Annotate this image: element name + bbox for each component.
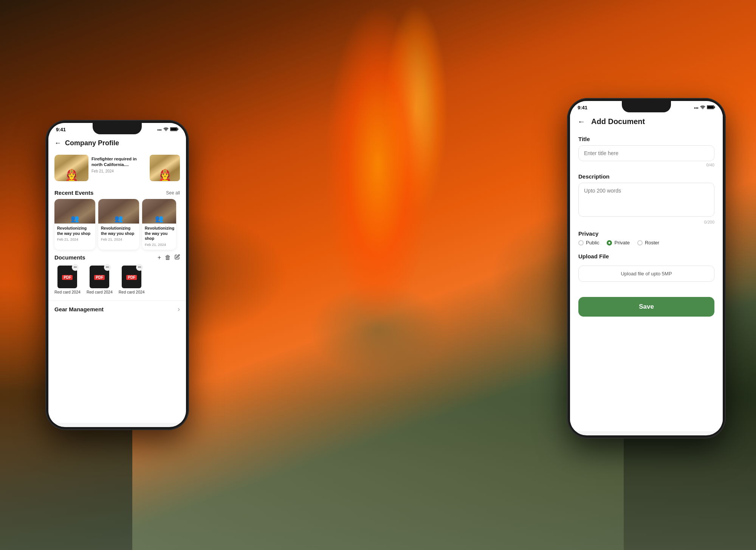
- privacy-option-roster[interactable]: Roster: [637, 240, 659, 245]
- news-headline-1: Firefighter required in north California…: [91, 156, 146, 168]
- news-text-1: Firefighter required in north California…: [91, 155, 146, 181]
- event-date-3: Feb 21, 2024: [145, 242, 174, 247]
- doc-name-2: Red card 2024: [87, 290, 113, 294]
- event-name-1: Revolutionizing the way you shop: [57, 226, 93, 236]
- privacy-roster-label: Roster: [645, 240, 659, 245]
- wifi-icon-left: [163, 127, 169, 132]
- privacy-field-label: Privacy: [578, 230, 714, 237]
- add-doc-title: Add Document: [591, 117, 645, 126]
- gear-management-title: Gear Management: [54, 306, 104, 312]
- add-doc-header: ← Add Document: [570, 112, 723, 130]
- news-card-1[interactable]: Firefighter required in north California…: [54, 155, 146, 181]
- title-field-label: Title: [578, 136, 714, 142]
- event-info-2: Revolutionizing the way you shop Feb 21,…: [98, 224, 139, 244]
- add-document-screen: ← Add Document Title 0/40 Description 0/…: [570, 112, 723, 431]
- documents-grid: PDF ✏ Red card 2024 PDF ✏: [54, 266, 180, 300]
- privacy-option-private[interactable]: Private: [607, 240, 629, 245]
- doc-name-1: Red card 2024: [54, 290, 81, 294]
- news-date-1: Feb 21, 2024: [91, 169, 146, 173]
- event-date-2: Feb 21, 2024: [101, 237, 136, 241]
- svg-rect-2: [177, 128, 178, 130]
- title-input[interactable]: [578, 145, 714, 161]
- doc-edit-btn-1[interactable]: ✏: [72, 264, 79, 271]
- cp-header: ← Company Profile: [48, 134, 186, 151]
- pdf-label-2: PDF: [94, 275, 105, 280]
- back-button-left[interactable]: ←: [54, 139, 61, 147]
- description-textarea[interactable]: [578, 183, 714, 217]
- event-image-3: [142, 199, 176, 224]
- event-image-1: [54, 199, 95, 224]
- svg-rect-7: [707, 106, 714, 109]
- event-name-2: Revolutionizing the way you shop: [101, 226, 136, 236]
- edit-document-button[interactable]: [175, 254, 180, 261]
- recent-events-title: Recent Events: [54, 190, 93, 196]
- doc-edit-btn-3[interactable]: ✏: [136, 264, 143, 271]
- notch-left: [93, 123, 142, 134]
- privacy-public-label: Public: [586, 240, 599, 245]
- doc-item-2[interactable]: PDF ✏ Red card 2024: [87, 266, 113, 294]
- battery-icon-left: [170, 127, 178, 132]
- event-image-2: [98, 199, 139, 224]
- phone-right: 9:41 ▪▪▪: [567, 98, 726, 438]
- radio-private[interactable]: [607, 240, 612, 245]
- company-profile-screen: ← Company Profile Firefighter required i…: [48, 134, 186, 423]
- privacy-section: Privacy Public Private: [578, 230, 714, 245]
- gear-management-section[interactable]: Gear Management ›: [48, 300, 186, 318]
- news-image-1: [54, 155, 88, 181]
- docs-actions: + 🗑: [158, 254, 180, 261]
- doc-name-3: Red card 2024: [119, 290, 145, 294]
- doc-edit-btn-2[interactable]: ✏: [104, 264, 111, 271]
- gear-chevron-icon: ›: [178, 305, 180, 313]
- privacy-private-label: Private: [614, 240, 629, 245]
- title-char-count: 0/40: [578, 163, 714, 167]
- radio-roster[interactable]: [637, 240, 643, 245]
- event-card-3[interactable]: Revolutionizing the way you shop Feb 21,…: [142, 199, 176, 250]
- see-all-button[interactable]: See all: [166, 190, 180, 196]
- documents-title: Documents: [54, 254, 85, 261]
- doc-icon-wrap-2: PDF ✏: [90, 266, 109, 288]
- radio-public[interactable]: [578, 240, 584, 245]
- add-document-button[interactable]: +: [158, 254, 161, 261]
- delete-document-button[interactable]: 🗑: [165, 254, 171, 261]
- svg-point-4: [702, 109, 703, 109]
- signal-icon-left: ▪▪▪: [157, 127, 162, 132]
- wifi-icon-right: [700, 105, 705, 110]
- doc-item-1[interactable]: PDF ✏ Red card 2024: [54, 266, 81, 294]
- event-info-3: Revolutionizing the way you shop Feb 21,…: [142, 224, 176, 250]
- description-field-label: Description: [578, 173, 714, 180]
- pdf-label-1: PDF: [62, 275, 73, 280]
- news-image-2: [150, 155, 180, 181]
- phones-container: 9:41 ▪▪▪: [0, 0, 756, 550]
- svg-rect-6: [714, 106, 715, 108]
- events-row: Revolutionizing the way you shop Feb 21,…: [48, 199, 186, 254]
- recent-events-header: Recent Events See all: [48, 185, 186, 199]
- description-char-count: 0/200: [578, 220, 714, 224]
- svg-point-0: [166, 131, 166, 131]
- time-left: 9:41: [56, 127, 66, 132]
- back-button-right[interactable]: ←: [578, 117, 585, 126]
- company-profile-title: Company Profile: [65, 139, 119, 147]
- pdf-label-3: PDF: [126, 275, 137, 280]
- documents-header: Documents + 🗑: [54, 254, 180, 261]
- upload-file-label: Upload File: [578, 253, 714, 259]
- documents-section: Documents + 🗑: [48, 254, 186, 300]
- phone-left-screen: 9:41 ▪▪▪: [48, 123, 186, 427]
- upload-file-button[interactable]: Upload file of upto 5MP: [578, 266, 714, 282]
- doc-item-3[interactable]: PDF ✏ Red card 2024: [119, 266, 145, 294]
- time-right: 9:41: [578, 105, 587, 110]
- event-info-1: Revolutionizing the way you shop Feb 21,…: [54, 224, 95, 244]
- svg-rect-3: [170, 128, 177, 131]
- battery-icon-right: [707, 105, 715, 110]
- add-doc-body: Title 0/40 Description 0/200 Privacy Pub: [570, 130, 723, 428]
- status-icons-left: ▪▪▪: [157, 127, 178, 132]
- privacy-options: Public Private Roster: [578, 240, 714, 245]
- privacy-option-public[interactable]: Public: [578, 240, 599, 245]
- event-card-2[interactable]: Revolutionizing the way you shop Feb 21,…: [98, 199, 139, 250]
- news-row: Firefighter required in north California…: [48, 151, 186, 185]
- signal-icon-right: ▪▪▪: [694, 106, 699, 110]
- event-name-3: Revolutionizing the way you shop: [145, 226, 174, 241]
- event-card-1[interactable]: Revolutionizing the way you shop Feb 21,…: [54, 199, 95, 250]
- notch-right: [622, 101, 671, 112]
- phone-right-screen: 9:41 ▪▪▪: [570, 101, 723, 435]
- save-button[interactable]: Save: [578, 297, 714, 317]
